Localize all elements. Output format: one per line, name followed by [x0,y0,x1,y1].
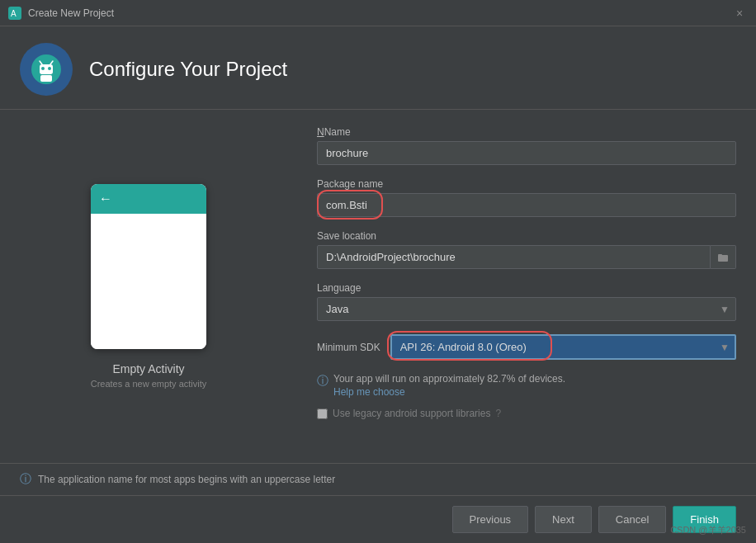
dialog-main: ← Empty Activity Creates a new empty act… [0,110,756,463]
phone-preview: ← [91,184,206,349]
cancel-button[interactable]: Cancel [598,506,666,533]
previous-button[interactable]: Previous [452,506,529,533]
dialog-header: Configure Your Project [0,26,756,110]
save-location-input[interactable] [317,245,711,269]
minimum-sdk-group: Minimum SDK API 26: Android 8.0 (Oreo) A… [317,334,736,360]
save-location-label: Save location [317,230,736,242]
svg-rect-8 [40,75,52,82]
close-button[interactable]: × [731,7,748,20]
folder-icon [717,252,729,263]
activity-label: Empty Activity [112,362,184,375]
title-bar-text: Create New Project [28,7,114,19]
svg-point-4 [41,67,45,70]
package-name-input[interactable] [317,193,736,217]
svg-point-5 [48,67,51,70]
header-icon-container [20,43,73,96]
package-field-wrapper [317,193,736,217]
dialog-footer: Previous Next Cancel Finish [0,495,756,543]
browse-button[interactable] [711,245,736,269]
help-me-choose-link[interactable]: Help me choose [333,386,565,398]
language-group: Language Java Kotlin ▼ [317,282,736,321]
device-coverage-info: ⓘ Your app will run on approximately 82.… [317,373,736,398]
left-panel: ← Empty Activity Creates a new empty act… [0,110,297,463]
legacy-label: Use legacy android support libraries [333,408,490,419]
name-group: NName [317,126,736,165]
package-name-label: Package name [317,178,736,190]
device-coverage-text: Your app will run on approximately 82.7%… [333,373,565,398]
back-arrow-icon: ← [99,191,112,206]
info-icon: ⓘ [317,374,328,389]
right-panel: NName Package name Save location [297,110,756,463]
sdk-select-wrapper: API 26: Android 8.0 (Oreo) API 21: Andro… [390,334,736,360]
activity-sublabel: Creates a new empty activity [91,379,207,389]
svg-rect-10 [718,254,722,256]
next-button[interactable]: Next [535,506,592,533]
legacy-checkbox-row: Use legacy android support libraries ? [317,408,736,419]
save-location-input-row [317,245,736,269]
name-input[interactable] [317,141,736,165]
minimum-sdk-select[interactable]: API 26: Android 8.0 (Oreo) API 21: Andro… [390,334,736,360]
android-robot-icon [30,53,63,86]
package-name-group: Package name [317,178,736,217]
minimum-sdk-label: Minimum SDK [317,342,380,353]
name-label: NName [317,126,736,138]
language-select-wrapper: Java Kotlin ▼ [317,297,736,321]
svg-text:A: A [11,9,17,18]
bottom-info-bar: ⓘ The application name for most apps beg… [0,463,756,495]
title-bar: A Create New Project × [0,0,756,26]
android-studio-icon: A [8,7,21,20]
phone-content [91,214,206,349]
language-select[interactable]: Java Kotlin [317,297,736,321]
svg-rect-9 [718,255,728,262]
bottom-info-text: The application name for most apps begin… [38,474,335,485]
bottom-info-icon: ⓘ [20,472,31,487]
language-label: Language [317,282,736,294]
sdk-row: Minimum SDK API 26: Android 8.0 (Oreo) A… [317,334,736,360]
legacy-help-icon[interactable]: ? [495,408,501,419]
phone-topbar: ← [91,184,206,214]
page-title: Configure Your Project [89,58,287,81]
watermark: CSDN @羊羊2035 [670,524,746,536]
save-location-group: Save location [317,230,736,269]
legacy-checkbox[interactable] [317,408,328,419]
dialog-body: Configure Your Project ← Empty Activity … [0,26,756,543]
